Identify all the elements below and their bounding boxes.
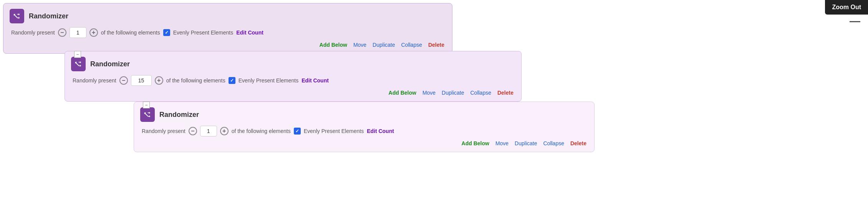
edit-count-link-3[interactable]: Edit Count — [367, 128, 394, 134]
count-input-1[interactable] — [70, 27, 86, 38]
of-label-3: of the following elements — [232, 128, 291, 134]
increment-btn-3[interactable]: + — [220, 127, 229, 135]
collapse-toggle-level2[interactable]: − — [74, 51, 81, 58]
card-body-level3: Randomly present − + of the following el… — [140, 126, 586, 136]
collapse-btn-2[interactable]: Collapse — [470, 90, 491, 96]
of-label-1: of the following elements — [101, 30, 160, 36]
add-below-btn-1[interactable]: Add Below — [320, 42, 347, 48]
card-body-level2: Randomly present − + of the following el… — [71, 75, 514, 86]
evenly-present-checkbox-1[interactable] — [163, 29, 170, 36]
shuffle-icon-level3 — [143, 110, 152, 119]
of-label-2: of the following elements — [166, 77, 225, 84]
card-header-level2: Randomizer — [71, 57, 514, 71]
move-btn-3[interactable]: Move — [495, 140, 509, 146]
move-btn-2[interactable]: Move — [422, 90, 436, 96]
collapse-btn-1[interactable]: Collapse — [401, 42, 422, 48]
randomizer-card-level2: Randomizer Randomly present − + of the f… — [65, 51, 522, 102]
card-body-level1: Randomly present − + of the following el… — [10, 27, 444, 38]
evenly-label-2: Evenly Present Elements — [239, 77, 298, 84]
decrement-btn-2[interactable]: − — [119, 76, 128, 85]
shuffle-icon-level1 — [13, 12, 21, 20]
card-title-level1: Randomizer — [29, 12, 68, 20]
card-actions-level2: Add Below Move Duplicate Collapse Delete — [71, 90, 514, 96]
delete-btn-3[interactable]: Delete — [570, 140, 586, 146]
card-actions-level3: Add Below Move Duplicate Collapse Delete — [140, 140, 586, 146]
evenly-present-checkbox-3[interactable] — [294, 128, 301, 135]
randomizer-card-level1: Randomizer Randomly present − + of the f… — [3, 3, 452, 54]
card-actions-level1: Add Below Move Duplicate Collapse Delete — [10, 42, 444, 48]
duplicate-btn-2[interactable]: Duplicate — [442, 90, 464, 96]
decrement-btn-1[interactable]: − — [58, 28, 66, 37]
delete-btn-1[interactable]: Delete — [428, 42, 444, 48]
randomizer-icon-level2 — [71, 57, 86, 71]
evenly-label-1: Evenly Present Elements — [173, 30, 233, 36]
delete-btn-2[interactable]: Delete — [497, 90, 514, 96]
randomizer-card-level3: Randomizer Randomly present − + of the f… — [134, 102, 595, 152]
randomly-present-label-2: Randomly present — [73, 77, 116, 84]
randomly-present-label-3: Randomly present — [142, 128, 186, 134]
card-title-level2: Randomizer — [90, 60, 130, 68]
evenly-label-3: Evenly Present Elements — [304, 128, 364, 134]
duplicate-btn-1[interactable]: Duplicate — [373, 42, 395, 48]
card-header-level1: Randomizer — [10, 9, 444, 23]
edit-count-link-2[interactable]: Edit Count — [301, 77, 329, 84]
evenly-present-checkbox-2[interactable] — [229, 77, 235, 84]
duplicate-btn-3[interactable]: Duplicate — [515, 140, 537, 146]
randomizer-icon-level1 — [10, 9, 24, 23]
card-title-level3: Randomizer — [159, 111, 199, 119]
add-below-btn-3[interactable]: Add Below — [462, 140, 489, 146]
zoom-out-tooltip[interactable]: Zoom Out — [825, 0, 868, 15]
add-below-btn-2[interactable]: Add Below — [389, 90, 416, 96]
increment-btn-1[interactable]: + — [89, 28, 98, 37]
move-btn-1[interactable]: Move — [353, 42, 366, 48]
count-input-3[interactable] — [200, 126, 217, 136]
card-header-level3: Randomizer — [140, 107, 586, 122]
randomizer-icon-level3 — [140, 107, 155, 122]
increment-btn-2[interactable]: + — [155, 76, 163, 85]
collapse-toggle-level3[interactable]: − — [143, 102, 150, 108]
collapse-btn-3[interactable]: Collapse — [543, 140, 564, 146]
count-input-2[interactable] — [131, 75, 152, 86]
edit-count-link-1[interactable]: Edit Count — [236, 30, 263, 36]
randomly-present-label-1: Randomly present — [11, 30, 55, 36]
shuffle-icon-level2 — [74, 60, 83, 68]
zoom-out-line — [850, 21, 860, 22]
decrement-btn-3[interactable]: − — [189, 127, 197, 135]
